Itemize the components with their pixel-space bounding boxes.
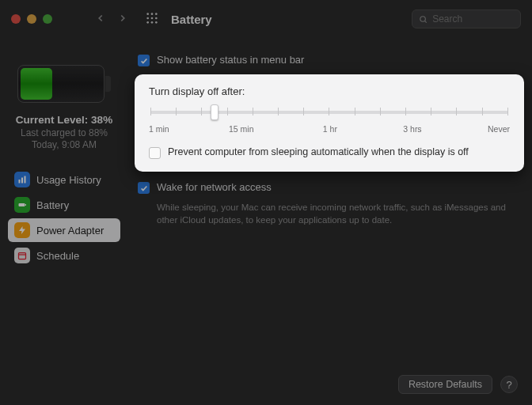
titlebar: Battery <box>0 0 532 38</box>
chevron-right-icon <box>117 13 128 24</box>
grid-icon <box>146 12 158 25</box>
checkbox-label: Wake for network access <box>157 181 272 193</box>
window-controls <box>11 14 52 24</box>
svg-point-0 <box>146 13 149 15</box>
sidebar-item-schedule[interactable]: Schedule <box>8 244 120 267</box>
zoom-window-button[interactable] <box>43 14 52 24</box>
display-sleep-slider[interactable] <box>150 105 508 119</box>
sidebar-item-label: Battery <box>36 199 69 211</box>
search-input[interactable] <box>432 13 514 25</box>
restore-defaults-button[interactable]: Restore Defaults <box>398 375 492 394</box>
wake-network-row[interactable]: Wake for network access <box>138 180 524 195</box>
svg-rect-14 <box>19 203 25 206</box>
svg-rect-15 <box>25 204 26 206</box>
checkbox-unchecked-icon[interactable] <box>149 147 161 159</box>
checkbox-checked-icon[interactable] <box>138 182 150 194</box>
sidebar-item-label: Schedule <box>36 250 79 262</box>
search-icon <box>419 14 428 25</box>
slider-tick-label: Never <box>488 124 510 134</box>
slider-tick-label: 3 hrs <box>403 124 421 134</box>
bolt-icon <box>14 222 30 238</box>
sidebar-item-label: Power Adapter <box>36 225 104 237</box>
sidebar-item-label: Usage History <box>36 174 101 186</box>
window-title: Battery <box>171 13 212 26</box>
svg-rect-13 <box>25 176 26 184</box>
slider-tick-label: 1 hr <box>323 124 337 134</box>
nav-arrows <box>95 13 128 26</box>
svg-rect-11 <box>19 180 21 184</box>
sidebar-list: Usage History Battery Power Adapter Sche… <box>8 168 120 267</box>
main-pane: Show battery status in menu bar Turn dis… <box>128 38 532 405</box>
slider-thumb[interactable] <box>211 104 218 120</box>
help-button[interactable]: ? <box>500 376 518 393</box>
svg-point-2 <box>155 13 158 15</box>
checkbox-label: Prevent computer from sleeping automatic… <box>168 146 469 157</box>
svg-point-1 <box>151 13 154 15</box>
svg-point-4 <box>151 17 154 19</box>
last-charged-label: Last charged to 88% <box>8 127 120 138</box>
battery-graphic <box>17 65 111 103</box>
svg-point-6 <box>146 21 149 24</box>
checkbox-label: Show battery status in menu bar <box>157 54 304 66</box>
back-button[interactable] <box>95 13 106 26</box>
minimize-window-button[interactable] <box>27 14 36 24</box>
slider-tick-label: 15 min <box>229 124 254 134</box>
grid-apps-button[interactable] <box>146 12 165 27</box>
calendar-icon <box>14 248 30 263</box>
bar-chart-icon <box>14 172 30 187</box>
footer: Restore Defaults ? <box>398 375 518 394</box>
sidebar: Current Level: 38% Last charged to 88% T… <box>0 38 128 405</box>
battery-icon <box>14 197 30 213</box>
chevron-left-icon <box>95 13 106 24</box>
svg-rect-12 <box>21 178 23 184</box>
slider-tick-label: 1 min <box>149 124 169 134</box>
slider-labels: 1 min 15 min 1 hr 3 hrs Never <box>149 124 510 134</box>
card-title: Turn display off after: <box>149 85 510 97</box>
search-field[interactable] <box>412 9 521 28</box>
svg-line-10 <box>425 21 427 22</box>
last-charged-time: Today, 9:08 AM <box>8 139 120 150</box>
sidebar-item-usage-history[interactable]: Usage History <box>8 168 120 191</box>
checkbox-checked-icon[interactable] <box>138 55 150 66</box>
battery-level-label: Current Level: 38% <box>8 114 120 126</box>
close-window-button[interactable] <box>11 14 21 24</box>
forward-button[interactable] <box>117 13 128 26</box>
display-sleep-card: Turn display off after: 1 min 15 min 1 h… <box>135 74 524 172</box>
battery-cap-icon <box>105 76 111 92</box>
wake-network-description: While sleeping, your Mac can receive inc… <box>157 202 517 226</box>
svg-rect-16 <box>19 253 26 259</box>
svg-point-7 <box>151 21 154 24</box>
sidebar-item-power-adapter[interactable]: Power Adapter <box>8 218 120 242</box>
prevent-sleep-row[interactable]: Prevent computer from sleeping automatic… <box>149 145 510 161</box>
svg-point-5 <box>155 17 158 19</box>
show-status-menu-bar-row[interactable]: Show battery status in menu bar <box>138 52 524 68</box>
slider-ticks <box>150 108 508 117</box>
battery-body-icon <box>17 65 104 103</box>
battery-fill-icon <box>21 68 52 100</box>
svg-point-9 <box>420 16 425 21</box>
svg-point-3 <box>146 17 149 19</box>
svg-point-8 <box>155 21 158 24</box>
sidebar-item-battery[interactable]: Battery <box>8 193 120 217</box>
